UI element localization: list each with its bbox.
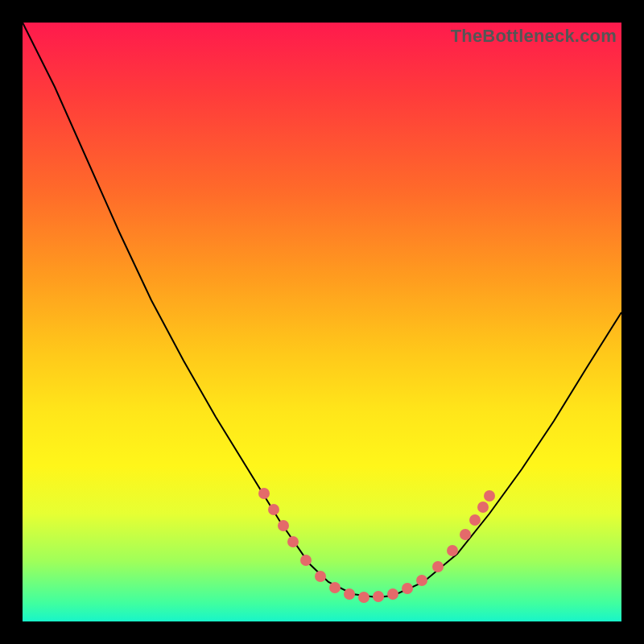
gradient-plot: TheBottleneck.com <box>23 23 621 621</box>
highlight-dot <box>268 504 279 515</box>
highlight-dot <box>258 488 270 499</box>
highlight-dot <box>358 592 369 603</box>
curve-layer <box>23 23 621 621</box>
highlight-dot <box>287 536 299 547</box>
highlight-dot <box>460 529 471 540</box>
highlight-dot <box>300 555 312 566</box>
highlight-dot <box>402 583 413 594</box>
app-frame: TheBottleneck.com <box>0 0 644 644</box>
highlight-dot <box>447 545 458 556</box>
highlight-dot <box>416 575 427 586</box>
highlight-dot <box>477 502 489 513</box>
highlight-dot <box>315 571 326 582</box>
highlight-dot <box>344 588 355 600</box>
highlight-dot <box>387 588 398 600</box>
bottleneck-curve <box>23 23 621 597</box>
highlight-dots-group <box>258 488 495 603</box>
highlight-dot <box>432 561 444 572</box>
highlight-dot <box>469 514 481 526</box>
highlight-dot <box>278 520 289 531</box>
highlight-dot <box>329 582 341 593</box>
highlight-dot <box>484 490 495 502</box>
highlight-dot <box>373 591 384 602</box>
